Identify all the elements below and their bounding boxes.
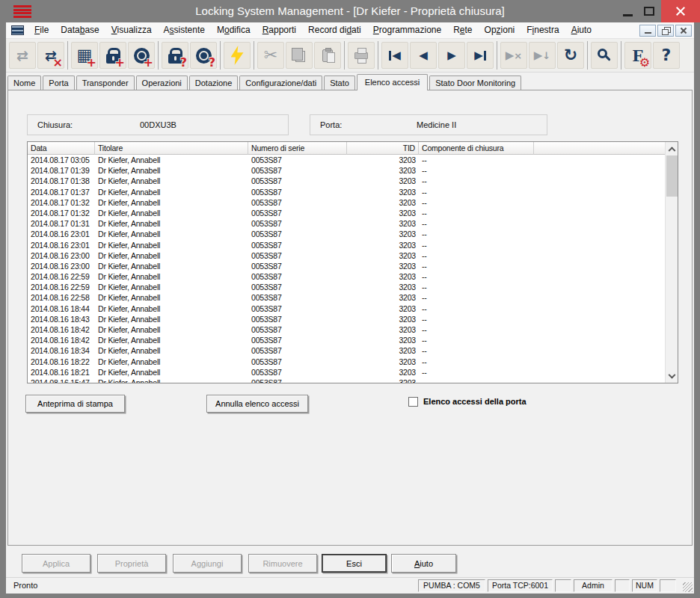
column-header-blank[interactable] [534,142,665,155]
toolbar-search-button[interactable] [591,42,618,69]
toolbar-cut-button[interactable]: ✂ [257,42,284,69]
toolbar-help-button[interactable]: ? [653,42,680,69]
menu-finestra[interactable]: Finestra [521,22,565,38]
table-row[interactable]: 2014.08.17 01:32Dr Kiefer, Annabell0053S… [28,197,665,208]
column-header-tid[interactable]: TID [347,142,419,155]
table-row[interactable]: 2014.08.16 18:43Dr Kiefer, Annabell0053S… [28,314,665,324]
cell-titolare: Dr Kiefer, Annabell [95,282,248,292]
table-row[interactable]: 2014.08.16 22:59Dr Kiefer, Annabell0053S… [28,282,665,292]
toolbar-new-lock-button[interactable]: + [99,42,126,69]
tab-dotazione[interactable]: Dotazione [189,75,239,90]
table-row[interactable]: 2014.08.16 18:21Dr Kiefer, Annabell0053S… [28,367,665,377]
table-row[interactable]: 2014.08.16 23:01Dr Kiefer, Annabell0053S… [28,229,665,239]
toolbar-separator [220,41,221,70]
table-row[interactable]: 2014.08.17 01:38Dr Kiefer, Annabell0053S… [28,176,665,186]
toolbar-logout-button[interactable]: ⇄× [37,42,64,69]
tab-operazioni[interactable]: Operazioni [136,75,188,90]
reset-access-list-button[interactable]: Annulla elenco accessi [206,395,308,413]
table-row[interactable]: 2014.08.16 18:42Dr Kiefer, Annabell0053S… [28,324,665,335]
scroll-thumb[interactable] [666,155,678,197]
menu-programmazione[interactable]: Programmazione [367,22,447,38]
rimuovere-button[interactable]: Rimuovere [248,554,317,573]
column-header-componente-di-chiusura[interactable]: Componente di chiusura [419,142,534,155]
menu-aiuto[interactable]: Aiuto [565,22,598,38]
toolbar-copy-button[interactable] [286,42,313,69]
toolbar-filter-settings-button[interactable]: F⚙ [624,42,651,69]
menu-rete[interactable]: Rete [447,22,478,38]
toolbar-go-to-record-button[interactable]: ▶↓ [529,42,556,69]
tab-configurazione-dati[interactable]: Configurazione/dati [239,75,322,90]
menu-assistente[interactable]: Assistente [158,22,211,38]
new-transponder-icon: + [129,43,153,67]
column-header-titolare[interactable]: Titolare [95,142,248,155]
close-icon[interactable] [661,0,700,22]
toolbar-cancel-navigation-button[interactable]: ▶× [500,42,527,69]
toolbar-previous-record-button[interactable]: ◀ [410,42,437,69]
tab-stato-door-monitoring[interactable]: Stato Door Monitoring [429,75,521,90]
cell-titolare: Dr Kiefer, Annabell [95,165,248,176]
cell-blank [534,197,665,208]
aiuto-button[interactable]: Aiuto [391,554,456,573]
toolbar-paste-button[interactable] [314,42,341,69]
scroll-up-icon[interactable] [666,142,678,154]
toolbar-new-locking-system-button[interactable]: ▦+ [71,42,98,69]
toolbar-login-button[interactable]: ⇄ [9,42,36,69]
menu-database[interactable]: Database [55,22,105,38]
toolbar-first-record-button[interactable]: ◀ [381,42,408,69]
cell-data: 2014.08.17 01:32 [28,208,95,218]
table-row[interactable]: 2014.08.16 23:01Dr Kiefer, Annabell0053S… [28,240,665,250]
print-preview-button[interactable]: Anteprima di stampa [25,395,125,413]
esci-button[interactable]: Esci [322,554,387,573]
table-row[interactable]: 2014.08.16 18:22Dr Kiefer, Annabell0053S… [28,357,665,367]
cell-componente-di-chiusura: -- [419,271,534,282]
table-row[interactable]: 2014.08.17 01:37Dr Kiefer, Annabell0053S… [28,187,665,197]
mdi-restore-icon[interactable] [657,25,674,37]
vertical-scrollbar[interactable] [665,142,678,383]
menu-modifica[interactable]: Modifica [211,22,257,38]
door-access-checkbox[interactable] [408,397,418,407]
table-row[interactable]: 2014.08.16 18:34Dr Kiefer, Annabell0053S… [28,345,665,356]
menu-record-didati[interactable]: Record didati [302,22,367,38]
table-row[interactable]: 2014.08.17 01:31Dr Kiefer, Annabell0053S… [28,218,665,229]
menu-rapporti[interactable]: Rapporti [257,22,302,38]
table-row[interactable]: 2014.08.17 01:39Dr Kiefer, Annabell0053S… [28,165,665,176]
column-header-numero-di-serie[interactable]: Numero di serie [248,142,347,155]
table-row[interactable]: 2014.08.16 23:00Dr Kiefer, Annabell0053S… [28,261,665,271]
toolbar-new-transponder-button[interactable]: + [128,42,155,69]
menu-opzioni[interactable]: Opzioni [479,22,521,38]
tab-nome[interactable]: Nome [7,75,41,90]
tab-transponder[interactable]: Transponder [76,75,135,90]
toolbar-print-button[interactable] [348,42,375,69]
menu-visualizza[interactable]: Visualizza [105,22,158,38]
toolbar-last-record-button[interactable]: ▶ [467,42,494,69]
toolbar-refresh-button[interactable]: ↻ [557,42,584,69]
toolbar-program-button[interactable] [224,42,251,69]
table-row[interactable]: 2014.08.16 22:59Dr Kiefer, Annabell0053S… [28,271,665,282]
toolbar-read-transponder-button[interactable]: ? [190,42,217,69]
table-row[interactable]: 2014.08.17 01:32Dr Kiefer, Annabell0053S… [28,208,665,218]
table-row[interactable]: 2014.08.17 03:05Dr Kiefer, Annabell0053S… [28,155,665,165]
applica-button[interactable]: Applica [22,554,90,573]
aggiungi-button[interactable]: Aggiungi [173,554,242,573]
resize-grip-icon[interactable] [683,582,693,592]
minimize-icon[interactable] [623,14,633,16]
child-window-icon[interactable] [11,25,24,35]
tab-porta[interactable]: Porta [43,75,74,90]
tab-elenco-accessi[interactable]: Elenco accessi [357,74,428,90]
mdi-minimize-icon[interactable] [639,25,656,37]
table-row[interactable]: 2014.08.16 15:47Dr Kiefer, Annabell0053S… [28,377,665,383]
table-row[interactable]: 2014.08.16 18:44Dr Kiefer, Annabell0053S… [28,303,665,314]
maximize-icon[interactable] [644,7,654,16]
toolbar-next-record-button[interactable]: ▶ [438,42,465,69]
scroll-down-icon[interactable] [666,371,678,383]
menu-file[interactable]: File [28,22,55,38]
cell-tid: 3203 [347,165,419,176]
table-row[interactable]: 2014.08.16 22:58Dr Kiefer, Annabell0053S… [28,292,665,303]
propriet-button[interactable]: Proprietà [97,554,166,573]
tab-stato[interactable]: Stato [324,75,355,90]
toolbar-read-lock-button[interactable]: ? [162,42,188,69]
table-row[interactable]: 2014.08.16 23:00Dr Kiefer, Annabell0053S… [28,250,665,261]
table-row[interactable]: 2014.08.16 18:42Dr Kiefer, Annabell0053S… [28,335,665,345]
column-header-data[interactable]: Data [28,142,95,155]
mdi-close-icon[interactable] [675,25,692,37]
